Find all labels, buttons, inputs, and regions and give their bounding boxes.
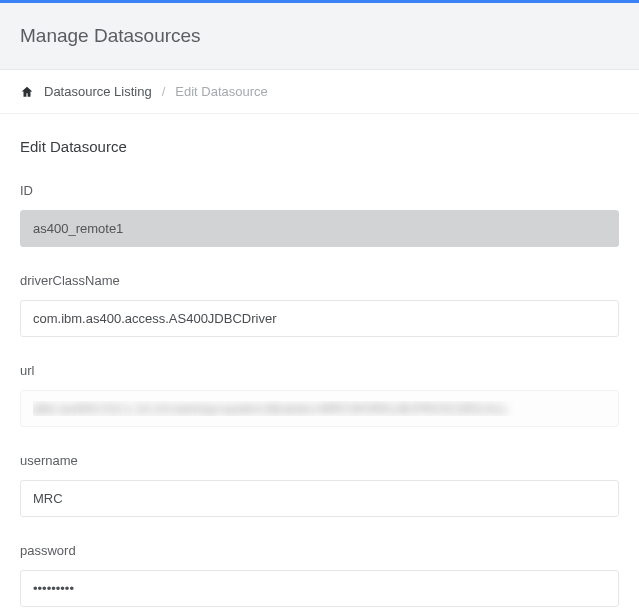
breadcrumb: Datasource Listing / Edit Datasource — [0, 70, 639, 114]
label-username: username — [20, 453, 619, 468]
field-group-url: url — [20, 363, 619, 427]
input-driverclassname[interactable] — [20, 300, 619, 337]
label-driverclassname: driverClassName — [20, 273, 619, 288]
input-url[interactable] — [20, 390, 619, 427]
section-title: Edit Datasource — [20, 138, 619, 155]
input-password[interactable] — [20, 570, 619, 607]
label-id: ID — [20, 183, 619, 198]
label-password: password — [20, 543, 619, 558]
form-content: Edit Datasource ID driverClassName url u… — [0, 114, 639, 612]
breadcrumb-separator: / — [162, 84, 166, 99]
field-group-id: ID — [20, 183, 619, 247]
breadcrumb-listing-link[interactable]: Datasource Listing — [44, 84, 152, 99]
field-group-driverclassname: driverClassName — [20, 273, 619, 337]
page-title: Manage Datasources — [20, 25, 619, 47]
field-group-username: username — [20, 453, 619, 517]
label-url: url — [20, 363, 619, 378]
input-username[interactable] — [20, 480, 619, 517]
home-icon[interactable] — [20, 85, 34, 99]
input-id — [20, 210, 619, 247]
breadcrumb-current: Edit Datasource — [175, 84, 268, 99]
page-header: Manage Datasources — [0, 3, 639, 70]
field-group-password: password — [20, 543, 619, 607]
